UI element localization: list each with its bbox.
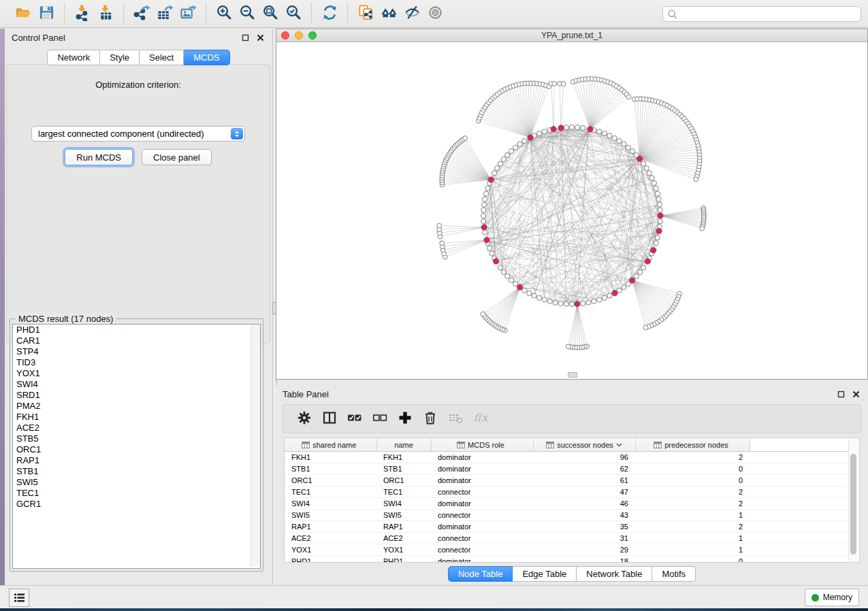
mcds-result-item[interactable]: YOX1 (13, 368, 260, 379)
table-cell: dominator (431, 475, 533, 486)
tab-mcds[interactable]: MCDS (184, 50, 229, 65)
run-mcds-button[interactable]: Run MCDS (65, 149, 133, 165)
table-row[interactable]: FKH1FKH1dominator962 (285, 452, 859, 463)
mcds-result-item[interactable]: TID3 (13, 357, 260, 368)
column-type-icon (302, 441, 310, 449)
network-canvas[interactable] (276, 42, 867, 379)
deselect-all-button[interactable] (367, 407, 392, 431)
delete-columns-button[interactable] (417, 407, 443, 431)
table-scrollbar-thumb[interactable] (850, 454, 856, 555)
zoom-fit-button[interactable] (259, 3, 282, 24)
table-panel: Table Panel f(x) shared namenameMCDS rol… (276, 385, 868, 585)
table-tab-node-table[interactable]: Node Table (448, 566, 513, 582)
mcds-result-item[interactable]: GCR1 (13, 499, 260, 510)
import-network-button[interactable] (71, 3, 94, 24)
show-columns-button[interactable] (317, 407, 342, 431)
mcds-result-item[interactable]: ACE2 (13, 423, 260, 433)
table-tab-network-table[interactable]: Network Table (577, 566, 652, 582)
tab-network[interactable]: Network (47, 50, 100, 65)
task-history-button[interactable] (9, 589, 29, 607)
column-header-MCDS-role[interactable]: MCDS role (431, 438, 533, 452)
mcds-result-item[interactable]: SRD1 (13, 390, 260, 401)
mcds-result-item[interactable]: STP4 (13, 346, 260, 357)
create-column-button[interactable] (392, 407, 417, 431)
export-table-button[interactable] (153, 3, 176, 24)
float-panel-icon[interactable] (240, 32, 251, 43)
column-header-shared-name[interactable]: shared name (285, 438, 376, 452)
table-cell: RAP1 (285, 521, 376, 533)
mcds-result-item[interactable]: PHD1 (13, 325, 260, 335)
close-table-panel-icon[interactable] (850, 389, 861, 399)
export-network-button[interactable] (130, 3, 153, 24)
column-header-predecessor-nodes[interactable]: predecessor nodes (635, 438, 750, 452)
open-file-button[interactable] (12, 3, 35, 24)
table-cell: 2 (635, 521, 750, 533)
search-field[interactable] (662, 6, 861, 22)
table-cell: 61 (533, 475, 635, 486)
zoom-in-button[interactable] (212, 3, 236, 24)
table-row[interactable]: ORC1ORC1dominator610 (285, 475, 859, 486)
list-icon (14, 593, 25, 603)
close-panel-icon[interactable] (255, 32, 266, 43)
network-scrollbar-handle[interactable] (568, 372, 577, 378)
search-input[interactable] (680, 7, 861, 21)
zoom-selected-button[interactable] (282, 3, 305, 24)
mcds-result-item[interactable]: SWI5 (13, 477, 260, 488)
tab-style[interactable]: Style (100, 50, 140, 65)
table-row[interactable]: SWI5SWI5connector431 (285, 510, 859, 521)
mcds-result-item[interactable]: STB1 (13, 466, 260, 477)
table-row[interactable]: SWI4SWI4dominator462 (285, 498, 859, 510)
table-cell: 43 (533, 510, 635, 521)
show-columns-icon (322, 410, 337, 428)
tab-select[interactable]: Select (140, 50, 184, 65)
select-all-button[interactable] (342, 407, 367, 431)
criterion-select[interactable]: largest connected component (undirected) (31, 126, 245, 142)
mcds-result-item[interactable]: TEC1 (13, 488, 260, 499)
mcds-result-item[interactable]: ORC1 (13, 444, 260, 455)
close-panel-button[interactable]: Close panel (142, 149, 212, 165)
table-cell: 18 (533, 556, 635, 563)
mcds-result-item[interactable]: CAR1 (13, 335, 260, 346)
table-row[interactable]: STB1STB1dominator620 (285, 463, 859, 475)
new-network-from-selection-button[interactable] (354, 3, 377, 24)
network-window-titlebar[interactable]: YPA_prune.txt_1 (276, 29, 867, 42)
mcds-result-item[interactable]: STB5 (13, 433, 260, 444)
show-hidden-button[interactable] (423, 3, 447, 24)
maximize-window-icon[interactable] (308, 31, 317, 39)
table-row[interactable]: PHD1PHD1dominator180 (285, 556, 859, 563)
table-scrollbar[interactable] (848, 439, 858, 563)
refresh-view-button[interactable] (318, 3, 341, 24)
save-session-button[interactable] (35, 3, 58, 24)
mcds-list-scrollbar[interactable] (251, 325, 260, 567)
first-neighbors-button[interactable] (377, 3, 400, 24)
table-tab-motifs[interactable]: Motifs (652, 566, 696, 582)
export-image-button[interactable] (176, 3, 199, 24)
mcds-result-item[interactable]: PMA2 (13, 401, 260, 412)
table-cell: SWI5 (376, 510, 431, 521)
table-settings-button[interactable] (291, 407, 317, 431)
hide-selected-button[interactable] (400, 3, 423, 24)
column-header-successor-nodes[interactable]: successor nodes (533, 438, 635, 452)
mcds-result-item[interactable]: SWI4 (13, 379, 260, 390)
table-row[interactable]: YOX1YOX1connector291 (285, 544, 859, 556)
float-table-panel-icon[interactable] (835, 389, 846, 399)
zoom-out-button[interactable] (236, 3, 259, 24)
toolbar-group (65, 3, 124, 24)
close-window-icon[interactable] (281, 31, 289, 39)
import-table-button[interactable] (94, 3, 117, 24)
table-row[interactable]: RAP1RAP1dominator352 (285, 521, 859, 533)
table-tab-edge-table[interactable]: Edge Table (513, 566, 577, 582)
table-row[interactable]: TEC1TEC1connector472 (285, 486, 859, 498)
mcds-result-list[interactable]: PHD1CAR1STP4TID3YOX1SWI4SRD1PMA2FKH1ACE2… (12, 324, 261, 569)
mcds-result-item[interactable]: RAP1 (13, 455, 260, 466)
control-panel-tabs: NetworkStyleSelectMCDS (5, 50, 272, 65)
select-all-icon (347, 410, 362, 428)
table-row[interactable]: ACE2ACE2connector311 (285, 533, 859, 544)
memory-button[interactable]: Memory (805, 589, 859, 606)
table-cell: TEC1 (285, 486, 376, 498)
select-stepper-icon (231, 128, 243, 139)
mcds-result-item[interactable]: FKH1 (13, 412, 260, 423)
optimization-criterion-label: Optimization criterion: (7, 80, 270, 90)
minimize-window-icon[interactable] (295, 31, 303, 39)
column-header-name[interactable]: name (376, 438, 431, 452)
